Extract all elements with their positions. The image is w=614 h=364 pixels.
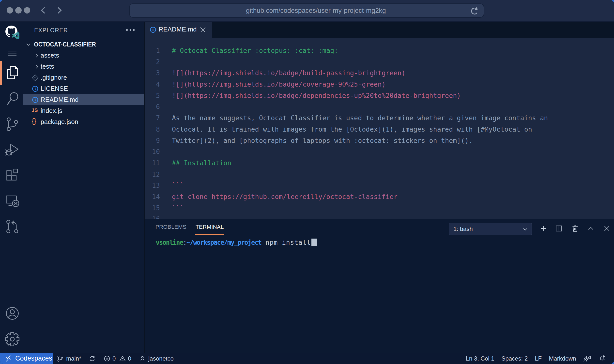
chevron-down-icon — [522, 226, 529, 233]
cursor-position[interactable]: Ln 3, Col 1 — [466, 355, 494, 362]
tree-item-label: LICENSE — [41, 85, 68, 92]
url-text: github.com/codespaces/user-my-project-mg… — [246, 4, 386, 17]
branch-indicator[interactable]: main* — [57, 353, 81, 364]
traffic-light-close[interactable] — [7, 7, 13, 14]
close-panel-button[interactable] — [603, 224, 611, 233]
kill-terminal-button[interactable] — [571, 224, 579, 233]
code-line[interactable]: 2 — [145, 56, 614, 68]
sidebar-item-search[interactable] — [1, 87, 24, 110]
tree-item-readme[interactable]: README.md — [23, 94, 144, 105]
language-mode[interactable]: Markdown — [549, 355, 576, 362]
reload-icon[interactable] — [469, 6, 480, 16]
tree-item-label: assets — [41, 52, 59, 59]
github-codespaces-logo — [5, 26, 23, 43]
url-bar[interactable]: github.com/codespaces/user-my-project-mg… — [129, 3, 484, 18]
bell-icon[interactable] — [598, 355, 606, 363]
error-count: 0 — [112, 355, 116, 362]
code-line[interactable]: 8Octocat. It is trained with images from… — [145, 124, 614, 135]
terminal-separator: : — [183, 239, 186, 246]
menu-button[interactable] — [1, 42, 24, 65]
git-file-icon — [31, 74, 39, 81]
back-icon[interactable] — [38, 5, 48, 15]
tree-item-root[interactable]: OCTOCAT-CLASSIFIER — [23, 39, 144, 50]
js-file-icon: JS — [31, 107, 38, 113]
traffic-light-maximize[interactable] — [24, 7, 30, 14]
line-text: ![](https://img.shields.io/badge/build-p… — [160, 69, 405, 77]
code-line[interactable]: 3![](https://img.shields.io/badge/build-… — [145, 67, 614, 79]
tree-item-label: package.json — [41, 118, 78, 126]
account-button[interactable] — [1, 302, 24, 325]
code-line[interactable]: 13``` — [145, 180, 614, 191]
code-line[interactable]: 11## Installation — [145, 157, 614, 169]
remote-label: Codespaces — [15, 355, 52, 362]
line-text: Twitter](2), and [photographs of laptops… — [160, 137, 473, 144]
tree-item-label: index.js — [41, 107, 62, 115]
line-number: 11 — [145, 157, 160, 169]
tab-terminal[interactable]: TERMINAL — [196, 219, 224, 235]
tree-item-label: README.md — [41, 96, 79, 104]
tree-item-packagejson[interactable]: {} package.json — [23, 116, 144, 127]
line-number: 14 — [145, 191, 160, 202]
code-line[interactable]: 15``` — [145, 202, 614, 214]
terminal-content[interactable]: vsonline:~/workspace/my_project npm inst… — [156, 238, 317, 247]
code-line[interactable]: 9Twitter](2), and [photographs of laptop… — [145, 135, 614, 146]
code-line[interactable]: 6 — [145, 101, 614, 112]
new-terminal-button[interactable] — [539, 224, 548, 233]
line-text: ![](https://img.shields.io/badge/coverag… — [160, 80, 386, 88]
tree-item-assets[interactable]: assets — [23, 50, 144, 61]
user-indicator[interactable]: jasonetco — [139, 353, 174, 364]
sidebar-item-source-control[interactable] — [1, 113, 24, 136]
tree-item-tests[interactable]: tests — [23, 61, 144, 72]
tab-readme[interactable]: README.md — [145, 22, 212, 38]
remote-indicator[interactable]: Codespaces — [0, 353, 53, 364]
line-text — [160, 170, 172, 178]
close-icon[interactable] — [199, 26, 207, 34]
debug-icon — [4, 141, 20, 158]
settings-button[interactable] — [1, 328, 24, 351]
sidebar-item-remote-explorer[interactable] — [1, 189, 24, 212]
terminal-picker[interactable]: 1: bash — [449, 223, 532, 235]
line-text: ``` — [160, 204, 184, 212]
sidebar-item-run-debug[interactable] — [1, 138, 24, 161]
chevron-right-icon — [34, 63, 40, 70]
feedback-icon[interactable] — [583, 355, 591, 363]
split-terminal-button[interactable] — [555, 224, 563, 233]
info-icon — [31, 85, 39, 92]
code-line[interactable]: 4![](https://img.shields.io/badge/covera… — [145, 79, 614, 90]
code-line[interactable]: 1# Octocat Classifier :octopus: :cat: :m… — [145, 45, 614, 56]
git-branch-icon — [57, 355, 64, 362]
line-number: 13 — [145, 180, 160, 191]
code-line[interactable]: 14git clone https://github.com/leereilly… — [145, 191, 614, 202]
maximize-panel-button[interactable] — [587, 224, 595, 233]
close-icon — [603, 224, 611, 233]
terminal-picker-value: 1: bash — [453, 226, 473, 232]
sidebar-item-explorer[interactable] — [1, 61, 24, 85]
problems-indicator[interactable]: 0 0 — [103, 353, 131, 364]
chevron-down-icon — [25, 41, 31, 48]
sync-indicator[interactable] — [89, 353, 96, 364]
tree-item-indexjs[interactable]: JS index.js — [23, 105, 144, 116]
code-line[interactable]: 16 — [145, 213, 614, 219]
chevron-up-icon — [587, 224, 595, 233]
tab-problems[interactable]: PROBLEMS — [155, 219, 186, 235]
code-line[interactable]: 12 — [145, 169, 614, 180]
info-icon — [31, 96, 39, 104]
eol-sequence[interactable]: LF — [535, 355, 542, 362]
sidebar-item-extensions[interactable] — [1, 164, 24, 187]
more-actions-icon[interactable] — [125, 25, 136, 35]
line-number: 1 — [145, 45, 160, 56]
tree-item-gitignore[interactable]: .gitignore — [23, 72, 144, 83]
code-line[interactable]: 5![](https://img.shields.io/badge/depend… — [145, 90, 614, 101]
code-line[interactable]: 10 — [145, 146, 614, 157]
tree-item-license[interactable]: LICENSE — [23, 83, 144, 94]
line-number: 7 — [145, 112, 160, 124]
code-editor[interactable]: 1# Octocat Classifier :octopus: :cat: :m… — [145, 38, 614, 219]
indentation[interactable]: Spaces: 2 — [502, 355, 528, 362]
forward-icon[interactable] — [54, 5, 64, 15]
traffic-light-minimize[interactable] — [15, 7, 22, 14]
code-line[interactable]: 7As the name suggests, Octocat Classifie… — [145, 112, 614, 124]
sidebar-item-pull-requests[interactable] — [1, 215, 24, 238]
split-terminal-icon — [555, 224, 563, 233]
line-text: ## Installation — [160, 159, 231, 167]
reload-arrow-icon — [469, 6, 480, 16]
